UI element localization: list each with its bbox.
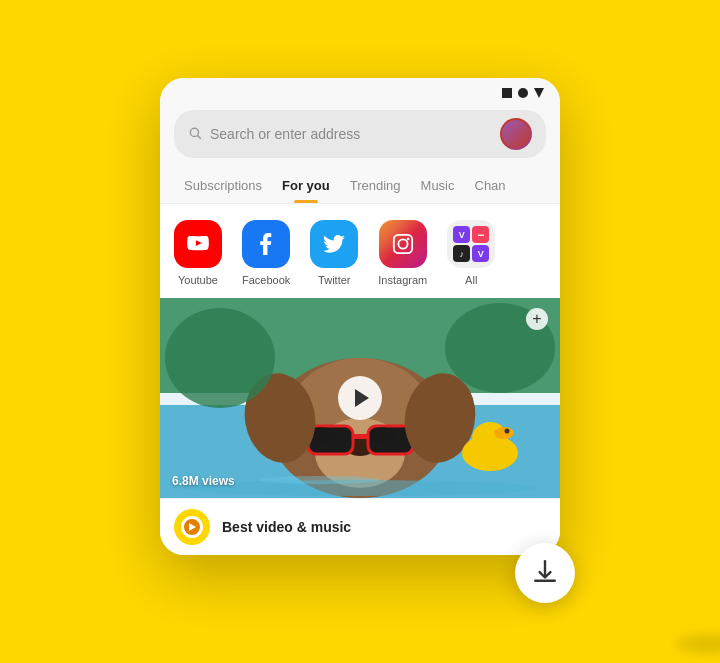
- tab-bar: Subscriptions For you Trending Music Cha…: [160, 168, 560, 204]
- all-icon-v2: V: [472, 245, 489, 262]
- video-thumbnail[interactable]: + 6.8M views: [160, 298, 560, 498]
- svg-point-16: [370, 427, 394, 443]
- social-apps-row: Youtube Facebook Twitter: [160, 204, 560, 298]
- tab-chan[interactable]: Chan: [465, 168, 516, 203]
- avatar[interactable]: [500, 118, 532, 150]
- svg-point-26: [260, 476, 380, 484]
- avatar-image: [502, 120, 530, 148]
- video-title: Best video & music: [222, 519, 351, 535]
- views-count: 6.8M views: [172, 474, 235, 488]
- svg-point-4: [406, 238, 409, 241]
- instagram-label: Instagram: [378, 274, 427, 286]
- play-button[interactable]: [338, 376, 382, 420]
- video-info-bar: Best video & music: [160, 498, 560, 555]
- all-label: All: [465, 274, 477, 286]
- svg-point-23: [494, 427, 514, 439]
- add-to-list-button[interactable]: +: [526, 308, 548, 330]
- play-icon: [355, 389, 369, 407]
- search-icon: [188, 126, 202, 143]
- social-item-youtube[interactable]: Youtube: [174, 220, 222, 286]
- download-button[interactable]: [515, 543, 575, 603]
- tab-for-you[interactable]: For you: [272, 168, 340, 203]
- all-icon-v: V: [453, 226, 470, 243]
- svg-point-24: [505, 429, 510, 434]
- status-square-icon: [502, 88, 512, 98]
- facebook-label: Facebook: [242, 274, 290, 286]
- channel-icon: [174, 509, 210, 545]
- youtube-label: Youtube: [178, 274, 218, 286]
- download-icon: [532, 558, 558, 588]
- tab-subscriptions[interactable]: Subscriptions: [174, 168, 272, 203]
- facebook-icon: [242, 220, 290, 268]
- twitter-icon: [310, 220, 358, 268]
- fab-shadow: [676, 635, 720, 653]
- search-bar[interactable]: Search or enter address: [174, 110, 546, 158]
- instagram-icon: [379, 220, 427, 268]
- svg-rect-2: [394, 235, 412, 253]
- tab-trending[interactable]: Trending: [340, 168, 411, 203]
- social-item-twitter[interactable]: Twitter: [310, 220, 358, 286]
- channel-play-icon: [181, 516, 203, 538]
- svg-rect-14: [352, 434, 369, 439]
- youtube-icon: [174, 220, 222, 268]
- phone-frame: Search or enter address Subscriptions Fo…: [160, 78, 560, 555]
- svg-point-27: [165, 308, 275, 408]
- search-bar-wrapper: Search or enter address: [160, 104, 560, 168]
- social-item-facebook[interactable]: Facebook: [242, 220, 290, 286]
- search-placeholder-text: Search or enter address: [210, 126, 492, 142]
- all-apps-icon: V − ♪ V: [447, 220, 495, 268]
- tab-music[interactable]: Music: [411, 168, 465, 203]
- all-icon-tiktok: ♪: [453, 245, 470, 262]
- status-triangle-icon: [534, 88, 544, 98]
- social-item-instagram[interactable]: Instagram: [378, 220, 427, 286]
- svg-point-0: [190, 128, 198, 136]
- status-bar: [160, 78, 560, 104]
- social-item-all[interactable]: V − ♪ V All: [447, 220, 495, 286]
- status-circle-icon: [518, 88, 528, 98]
- all-icon-minus: −: [472, 226, 489, 243]
- channel-play-triangle: [189, 523, 196, 531]
- twitter-label: Twitter: [318, 274, 350, 286]
- svg-point-3: [398, 239, 407, 248]
- svg-line-1: [198, 135, 201, 138]
